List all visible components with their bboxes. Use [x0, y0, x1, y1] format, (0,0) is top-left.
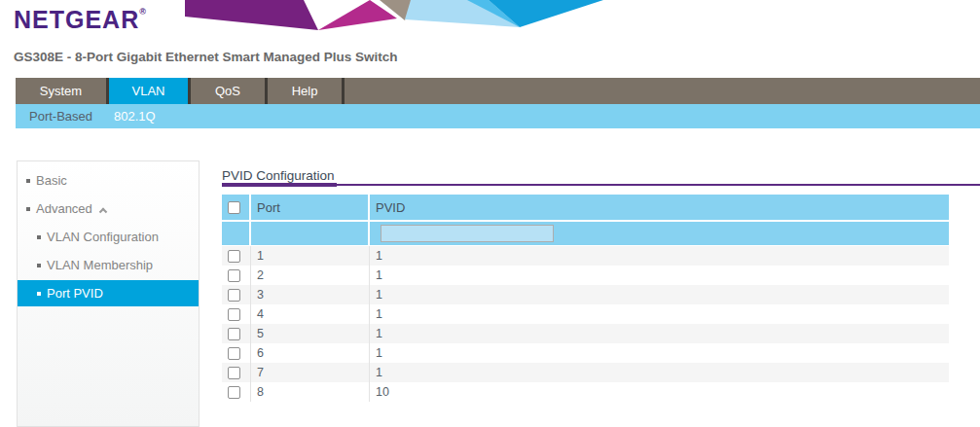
filter-checkbox-cell	[222, 222, 251, 245]
subnav-item-port-based[interactable]: Port-Based	[29, 109, 92, 124]
netgear-logo: NETGEAR®	[14, 6, 146, 34]
table-row: 8 10	[222, 382, 949, 402]
port-cell: 5	[251, 324, 370, 343]
row-checkbox-port-1[interactable]	[228, 250, 240, 263]
pvid-table: Port PVID 1 1 2 1 3 1 4 1	[222, 195, 949, 402]
port-cell: 3	[251, 285, 370, 304]
sidebar-item-vlan-configuration[interactable]: VLAN Configuration	[18, 223, 199, 251]
square-bullet-icon	[37, 292, 41, 296]
page-title: GS308E - 8-Port Gigabit Ethernet Smart M…	[14, 50, 398, 64]
page: NETGEAR® GS308E - 8-Port Gigabit Etherne…	[0, 0, 980, 427]
port-cell: 2	[251, 266, 370, 285]
header-banner-graphic	[185, 0, 623, 32]
table-row: 2 1	[222, 266, 949, 285]
port-cell: 4	[251, 304, 370, 324]
sub-nav: Port-Based 802.1Q	[16, 104, 980, 128]
square-bullet-icon	[26, 179, 30, 183]
row-checkbox-port-3[interactable]	[228, 289, 240, 302]
pvid-cell: 1	[370, 343, 949, 363]
pvid-cell: 1	[370, 266, 949, 285]
pvid-filter-input[interactable]	[381, 225, 554, 242]
chevron-up-icon	[99, 207, 107, 215]
sidebar-item-vlan-membership[interactable]: VLAN Membership	[18, 251, 199, 279]
table-row: 7 1	[222, 363, 949, 382]
tab-help[interactable]: Help	[268, 78, 345, 104]
sidebar-item-label: VLAN Configuration	[47, 230, 159, 244]
table-header-row: Port PVID	[222, 195, 949, 222]
pvid-cell: 1	[370, 363, 949, 382]
port-cell: 1	[251, 246, 370, 266]
table-row: 1 1	[222, 246, 949, 266]
section-title: PVID Configuration	[222, 168, 335, 183]
select-all-checkbox[interactable]	[228, 201, 240, 214]
square-bullet-icon	[37, 264, 41, 267]
tab-vlan[interactable]: VLAN	[109, 78, 191, 104]
row-checkbox-port-5[interactable]	[228, 328, 240, 340]
square-bullet-icon	[26, 207, 30, 211]
sidebar-item-advanced[interactable]: Advanced	[18, 195, 199, 223]
sidebar-item-port-pvid[interactable]: Port PVID	[18, 280, 199, 306]
brand-name: NETGEAR	[14, 6, 139, 33]
table-row: 3 1	[222, 285, 949, 304]
sidebar-item-basic[interactable]: Basic	[18, 166, 199, 195]
section-title-underline	[222, 183, 337, 187]
sidebar-item-label: Advanced	[36, 201, 92, 216]
tab-system[interactable]: System	[16, 78, 109, 104]
table-row: 6 1	[222, 343, 949, 363]
registered-mark: ®	[139, 7, 146, 17]
pvid-cell: 1	[370, 304, 949, 324]
pvid-cell: 1	[370, 285, 949, 304]
subnav-item-8021q[interactable]: 802.1Q	[114, 109, 156, 124]
sidebar: Basic Advanced VLAN Configuration VLAN M…	[17, 160, 200, 427]
pvid-cell: 1	[370, 324, 949, 343]
port-cell: 6	[251, 343, 370, 363]
header-checkbox-cell	[222, 195, 251, 220]
row-checkbox-port-6[interactable]	[228, 347, 240, 360]
row-checkbox-port-7[interactable]	[228, 367, 240, 379]
tab-qos[interactable]: QoS	[191, 78, 268, 104]
table-row: 5 1	[222, 324, 949, 343]
main-nav: System VLAN QoS Help	[16, 78, 980, 104]
port-cell: 8	[251, 382, 370, 402]
row-checkbox-port-2[interactable]	[228, 269, 240, 282]
sidebar-item-label: VLAN Membership	[47, 258, 153, 272]
row-checkbox-port-4[interactable]	[228, 308, 240, 321]
filter-pvid-cell	[370, 222, 949, 245]
pvid-cell: 10	[370, 382, 949, 402]
port-cell: 7	[251, 363, 370, 382]
square-bullet-icon	[37, 235, 41, 239]
filter-port-cell	[251, 222, 370, 245]
sidebar-item-label: Basic	[36, 173, 67, 188]
table-filter-row	[222, 222, 949, 246]
column-header-port[interactable]: Port	[251, 195, 370, 220]
column-header-pvid[interactable]: PVID	[370, 195, 949, 220]
sidebar-item-label: Port PVID	[47, 286, 103, 301]
row-checkbox-port-8[interactable]	[228, 386, 240, 399]
table-row: 4 1	[222, 304, 949, 324]
pvid-cell: 1	[370, 246, 949, 266]
